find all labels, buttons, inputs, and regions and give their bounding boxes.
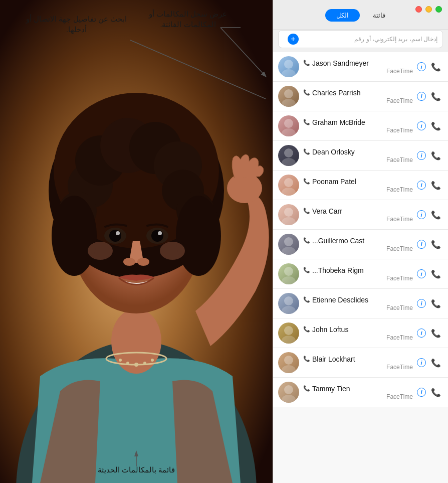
svg-point-57	[284, 326, 293, 335]
tab-bar: الكل فائتة	[325, 9, 396, 22]
call-phone-icon-1[interactable]: 📞	[431, 62, 441, 72]
svg-point-25	[151, 230, 163, 242]
contact-name-1: Jason Sandmeyer 📞	[303, 59, 413, 67]
call-phone-icon-11[interactable]: 📞	[431, 358, 441, 368]
maximize-button[interactable]	[435, 6, 442, 13]
phone-indicator-9: 📞	[303, 296, 310, 303]
avatar-10	[278, 323, 299, 344]
call-phone-icon-10[interactable]: 📞	[431, 329, 441, 338]
contact-name-7: Guillermo Cast... 📞	[303, 237, 413, 245]
contact-name-9: Etienne Desclides 📞	[303, 296, 413, 304]
call-phone-icon-5[interactable]: 📞	[431, 181, 441, 190]
tab-missed[interactable]: فائتة	[362, 9, 396, 22]
svg-point-39	[284, 60, 293, 69]
avatar-7	[278, 234, 299, 255]
svg-point-59	[284, 356, 293, 365]
phone-indicator-8: 📞	[303, 267, 310, 273]
svg-point-60	[282, 365, 296, 373]
svg-point-54	[282, 276, 296, 284]
call-phone-icon-12[interactable]: 📞	[431, 388, 441, 397]
info-button-1[interactable]: i	[417, 62, 426, 71]
info-button-3[interactable]: i	[417, 121, 426, 130]
info-button-4[interactable]: i	[417, 151, 426, 160]
call-item[interactable]: 📞 i Tammy Tien 📞 FaceTime	[273, 378, 448, 407]
svg-point-50	[282, 217, 296, 225]
contact-name-12: Tammy Tien 📞	[303, 385, 413, 393]
titlebar: الكل فائتة	[273, 0, 448, 30]
call-actions-10: 📞 i	[417, 329, 441, 338]
sidebar-panel: الكل فائتة إدخال اسم، بريد إلكتروني، أو …	[273, 0, 448, 483]
svg-point-52	[282, 247, 296, 255]
svg-point-44	[282, 128, 296, 136]
avatar-1	[278, 56, 299, 77]
window-controls	[415, 6, 442, 13]
phone-indicator-5: 📞	[303, 178, 310, 185]
svg-point-49	[284, 208, 293, 217]
call-item[interactable]: 📞 i Blair Lockhart 📞 FaceTime	[273, 348, 448, 378]
svg-point-40	[282, 69, 296, 77]
call-item[interactable]: 📞 i Guillermo Cast... 📞 FaceTime	[273, 230, 448, 259]
call-phone-icon-2[interactable]: 📞	[431, 92, 441, 101]
info-button-7[interactable]: i	[417, 240, 426, 249]
avatar-2	[278, 86, 299, 107]
call-phone-icon-9[interactable]: 📞	[431, 299, 441, 308]
svg-point-30	[88, 242, 113, 260]
contact-subtitle-8: FaceTime	[303, 275, 413, 282]
call-item[interactable]: 📞 i Dean Orlosky 📞 FaceTime	[273, 141, 448, 171]
info-button-12[interactable]: i	[417, 388, 426, 397]
svg-point-61	[284, 385, 293, 394]
call-phone-icon-8[interactable]: 📞	[431, 269, 441, 279]
call-item[interactable]: 📞 i John Loftus 📞 FaceTime	[273, 318, 448, 348]
svg-point-6	[143, 362, 146, 365]
add-contact-button[interactable]: +	[288, 34, 299, 45]
phone-indicator-2: 📞	[303, 89, 310, 96]
minimize-button[interactable]	[425, 6, 432, 13]
contact-name-3: Graham McBride 📞	[303, 118, 413, 126]
call-phone-icon-4[interactable]: 📞	[431, 151, 441, 160]
info-button-6[interactable]: i	[417, 210, 426, 219]
call-actions-8: 📞 i	[417, 269, 441, 279]
call-item[interactable]: 📞 i Etienne Desclides 📞 FaceTime	[273, 289, 448, 318]
tab-all[interactable]: الكل	[325, 9, 360, 22]
svg-point-62	[282, 395, 296, 403]
contact-subtitle-6: FaceTime	[303, 216, 413, 223]
contact-subtitle-12: FaceTime	[303, 393, 413, 400]
call-actions-1: 📞 i	[417, 62, 441, 72]
call-actions-11: 📞 i	[417, 358, 441, 368]
info-button-8[interactable]: i	[417, 269, 426, 278]
svg-point-32	[227, 173, 262, 203]
contact-subtitle-7: FaceTime	[303, 245, 413, 252]
contact-subtitle-3: FaceTime	[303, 127, 413, 134]
call-actions-12: 📞 i	[417, 388, 441, 397]
call-item[interactable]: 📞 i Charles Parrish 📞 FaceTime	[273, 82, 448, 111]
call-item[interactable]: 📞 i Graham McBride 📞 FaceTime	[273, 111, 448, 141]
svg-point-51	[284, 237, 293, 246]
contact-info-7: Guillermo Cast... 📞 FaceTime	[303, 237, 413, 252]
info-button-10[interactable]: i	[417, 329, 426, 338]
call-actions-9: 📞 i	[417, 299, 441, 308]
call-actions-7: 📞 i	[417, 240, 441, 249]
call-item[interactable]: 📞 i Jason Sandmeyer 📞 FaceTime	[273, 52, 448, 82]
info-button-5[interactable]: i	[417, 181, 426, 190]
call-actions-6: 📞 i	[417, 210, 441, 220]
phone-indicator-11: 📞	[303, 356, 310, 362]
avatar-6	[278, 204, 299, 225]
avatar-11	[278, 352, 299, 373]
avatar-9	[278, 293, 299, 314]
contact-subtitle-10: FaceTime	[303, 334, 413, 341]
call-actions-2: 📞 i	[417, 92, 441, 101]
info-button-2[interactable]: i	[417, 92, 426, 101]
contact-info-9: Etienne Desclides 📞 FaceTime	[303, 296, 413, 311]
call-phone-icon-3[interactable]: 📞	[431, 121, 441, 131]
info-button-9[interactable]: i	[417, 299, 426, 308]
call-phone-icon-6[interactable]: 📞	[431, 210, 441, 220]
call-item[interactable]: 📞 i Vera Carr 📞 FaceTime	[273, 200, 448, 230]
avatar-4	[278, 145, 299, 166]
svg-point-28	[123, 258, 135, 266]
call-item[interactable]: 📞 i Poonam Patel 📞 FaceTime	[273, 171, 448, 200]
info-button-11[interactable]: i	[417, 358, 426, 367]
call-item[interactable]: 📞 i Thobeka Rigm... 📞 FaceTime	[273, 259, 448, 289]
svg-point-53	[284, 267, 293, 276]
close-button[interactable]	[415, 6, 422, 13]
call-phone-icon-7[interactable]: 📞	[431, 240, 441, 249]
